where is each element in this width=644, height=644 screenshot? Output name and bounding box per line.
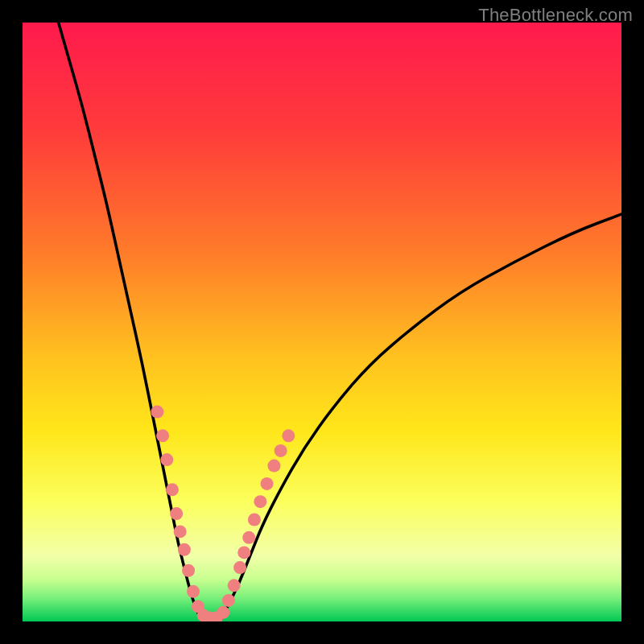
marker-dot [282,429,295,442]
marker-dot [151,406,163,419]
marker-dot [222,594,235,607]
marker-dot [166,483,179,496]
plot-area [23,23,621,621]
marker-dot [254,495,266,508]
marker-dot [248,514,261,526]
marker-dot [228,579,241,592]
marker-dot [267,460,280,473]
marker-dot [242,531,255,544]
chart-background [23,23,621,621]
marker-dot [233,561,246,574]
marker-dot [170,507,183,520]
marker-dot [160,453,173,466]
marker-dot [156,429,169,442]
chart-svg [23,23,621,621]
marker-dot [182,564,195,577]
marker-dot [187,585,200,598]
marker-dot [217,606,229,619]
marker-dot [261,477,274,490]
marker-dot [178,543,191,556]
marker-dot [174,525,187,538]
marker-dot [237,546,250,559]
marker-dot [275,444,287,457]
